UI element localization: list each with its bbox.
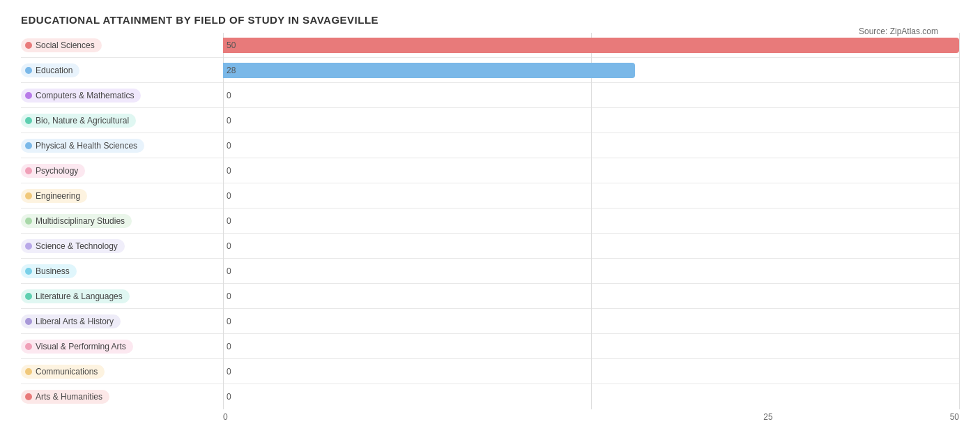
label-pill: Computers & Mathematics (21, 89, 223, 103)
category-pill: Engineering (21, 189, 87, 203)
category-pill: Arts & Humanities (21, 390, 109, 404)
bar-value-label: 0 (227, 141, 231, 151)
bar-row: Computers & Mathematics0 (21, 83, 959, 108)
bar-section: 0 (223, 259, 959, 284)
x-tick: 25 (586, 412, 949, 422)
label-pill: Communications (21, 365, 223, 379)
category-label: Liberal Arts & History (36, 317, 114, 326)
category-pill: Business (21, 264, 77, 278)
bar-section: 0 (223, 183, 959, 208)
bar-section: 50 (223, 33, 959, 58)
data-bar: 50 (223, 38, 959, 53)
bar-row: Psychology0 (21, 158, 959, 183)
bar-row: Physical & Health Sciences0 (21, 133, 959, 158)
label-pill: Multidisciplinary Studies (21, 214, 223, 228)
bar-section: 0 (223, 208, 959, 234)
bar-section: 0 (223, 83, 959, 108)
bar-section: 0 (223, 334, 959, 359)
category-label: Business (36, 266, 70, 276)
bar-value-label: 0 (227, 317, 231, 326)
category-label: Engineering (36, 191, 80, 201)
bar-section: 0 (223, 234, 959, 259)
label-pill: Science & Technology (21, 239, 223, 253)
category-pill: Computers & Mathematics (21, 89, 141, 103)
pill-dot (25, 368, 32, 375)
pill-dot (25, 117, 32, 124)
pill-dot (25, 142, 32, 149)
label-pill: Bio, Nature & Agricultural (21, 114, 223, 128)
category-label: Science & Technology (36, 241, 118, 251)
category-label: Communications (36, 367, 98, 377)
x-tick: 0 (223, 412, 586, 422)
chart-title: EDUCATIONAL ATTAINMENT BY FIELD OF STUDY… (21, 14, 959, 26)
bar-row: Communications0 (21, 359, 959, 384)
bar-section: 0 (223, 133, 959, 158)
category-pill: Multidisciplinary Studies (21, 214, 132, 228)
category-label: Social Sciences (36, 40, 95, 50)
category-pill: Visual & Performing Arts (21, 340, 133, 354)
bar-section: 0 (223, 158, 959, 183)
bar-row: Science & Technology0 (21, 234, 959, 259)
category-pill: Bio, Nature & Agricultural (21, 114, 136, 128)
category-label: Multidisciplinary Studies (36, 216, 125, 226)
bar-value-label: 0 (227, 342, 231, 351)
category-label: Psychology (36, 166, 78, 176)
pill-dot (25, 92, 32, 99)
pill-dot (25, 67, 32, 74)
bar-row: Social Sciences50 (21, 33, 959, 58)
label-pill: Arts & Humanities (21, 390, 223, 404)
bar-row: Visual & Performing Arts0 (21, 334, 959, 359)
category-pill: Liberal Arts & History (21, 314, 121, 328)
bar-section: 0 (223, 284, 959, 309)
bar-section: 0 (223, 309, 959, 334)
category-pill: Science & Technology (21, 239, 125, 253)
pill-dot (25, 167, 32, 174)
category-pill: Psychology (21, 164, 85, 178)
bar-row: Education28 (21, 58, 959, 83)
bar-row: Multidisciplinary Studies0 (21, 208, 959, 234)
category-pill: Literature & Languages (21, 289, 130, 303)
label-pill: Literature & Languages (21, 289, 223, 303)
bar-row: Literature & Languages0 (21, 284, 959, 309)
bar-value-label: 0 (227, 166, 231, 176)
category-label: Arts & Humanities (36, 392, 102, 402)
pill-dot (25, 192, 32, 199)
chart-container: Social Sciences50Education28Computers & … (21, 33, 959, 422)
category-pill: Social Sciences (21, 38, 102, 52)
bar-value-label: 0 (227, 216, 231, 226)
bar-section: 28 (223, 58, 959, 83)
category-label: Bio, Nature & Agricultural (36, 116, 129, 126)
bar-row: Bio, Nature & Agricultural0 (21, 108, 959, 133)
bar-row: Arts & Humanities0 (21, 384, 959, 409)
bar-value-label: 0 (227, 367, 231, 377)
label-pill: Business (21, 264, 223, 278)
label-pill: Physical & Health Sciences (21, 139, 223, 153)
label-pill: Social Sciences (21, 38, 223, 52)
category-label: Visual & Performing Arts (36, 342, 126, 351)
bar-row: Engineering0 (21, 183, 959, 208)
category-label: Physical & Health Sciences (36, 141, 137, 151)
x-tick: 50 (950, 412, 959, 422)
data-bar: 28 (223, 63, 635, 78)
bar-value-label: 28 (227, 66, 236, 75)
bar-row: Liberal Arts & History0 (21, 309, 959, 334)
pill-dot (25, 293, 32, 300)
bar-section: 0 (223, 108, 959, 133)
bar-value-label: 0 (227, 392, 231, 402)
category-pill: Communications (21, 365, 105, 379)
bar-value-label: 50 (227, 40, 236, 50)
category-label: Literature & Languages (36, 291, 123, 301)
bar-value-label: 0 (227, 91, 231, 100)
category-pill: Education (21, 63, 79, 77)
bar-row: Business0 (21, 259, 959, 284)
category-pill: Physical & Health Sciences (21, 139, 144, 153)
pill-dot (25, 393, 32, 400)
pill-dot (25, 42, 32, 49)
pill-dot (25, 268, 32, 275)
pill-dot (25, 343, 32, 350)
label-pill: Visual & Performing Arts (21, 340, 223, 354)
pill-dot (25, 243, 32, 250)
chart-area: Social Sciences50Education28Computers & … (21, 33, 959, 409)
bar-value-label: 0 (227, 191, 231, 201)
pill-dot (25, 218, 32, 225)
